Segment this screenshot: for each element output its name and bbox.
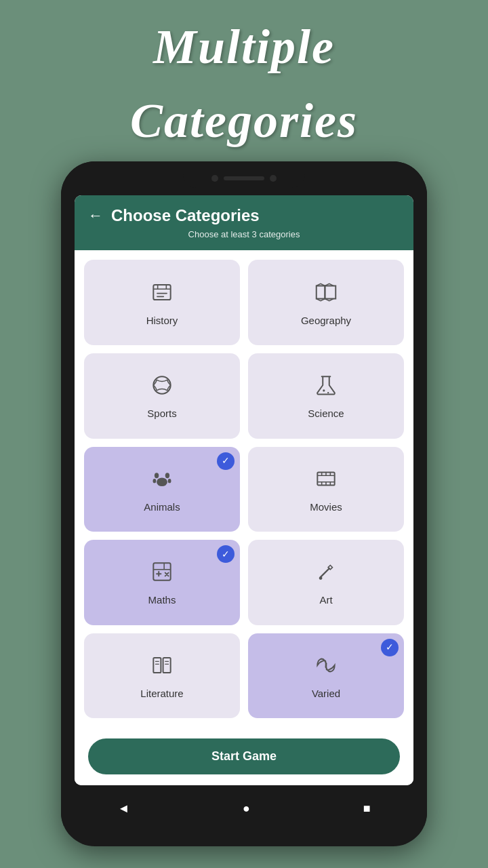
maths-icon	[149, 559, 175, 589]
phone-frame: ← Choose Categories Choose at least 3 ca…	[61, 161, 427, 846]
svg-point-5	[155, 473, 159, 478]
svg-point-1	[153, 377, 170, 394]
category-geography[interactable]: Geography	[248, 260, 404, 345]
camera-dot2	[270, 175, 277, 182]
screen-title: Choose Categories	[111, 206, 260, 225]
svg-point-6	[165, 473, 169, 478]
varied-check: ✓	[381, 639, 399, 656]
nav-back-button[interactable]: ◄	[117, 802, 129, 816]
animals-label: Animals	[144, 501, 180, 513]
start-game-button[interactable]: Start Game	[88, 738, 400, 774]
phone-navigation: ◄ ● ■	[61, 791, 427, 826]
svg-rect-10	[153, 564, 170, 580]
start-btn-area: Start Game	[75, 728, 413, 785]
category-maths[interactable]: ✓ Maths	[84, 540, 240, 625]
header-top: ← Choose Categories	[88, 206, 400, 225]
movies-icon	[313, 466, 339, 496]
sports-label: Sports	[147, 408, 176, 419]
categories-grid: History Geography	[75, 250, 413, 728]
history-icon	[149, 279, 175, 309]
camera-dot	[211, 175, 218, 182]
literature-icon	[149, 652, 175, 682]
svg-point-11	[319, 577, 323, 580]
maths-check: ✓	[217, 545, 235, 563]
svg-rect-13	[163, 658, 171, 673]
geography-label: Geography	[301, 315, 351, 326]
art-label: Art	[319, 594, 332, 606]
category-movies[interactable]: Movies	[248, 447, 404, 532]
category-sports[interactable]: Sports	[84, 353, 240, 439]
category-animals[interactable]: ✓ Animals	[84, 447, 240, 532]
sports-icon	[149, 372, 175, 402]
category-history[interactable]: History	[84, 260, 240, 345]
svg-point-4	[157, 477, 167, 486]
svg-point-2	[323, 390, 325, 392]
art-icon	[313, 559, 339, 589]
svg-rect-0	[153, 285, 170, 300]
category-science[interactable]: Science	[248, 353, 404, 439]
svg-point-3	[327, 392, 329, 393]
varied-label: Varied	[312, 688, 340, 699]
animals-check: ✓	[217, 452, 235, 470]
phone-screen: ← Choose Categories Choose at least 3 ca…	[75, 195, 413, 785]
varied-icon	[313, 652, 339, 682]
nav-home-button[interactable]: ●	[243, 802, 250, 816]
speaker-bar	[224, 176, 264, 180]
svg-rect-12	[153, 658, 161, 673]
category-art[interactable]: Art	[248, 540, 404, 625]
history-label: History	[146, 315, 178, 326]
back-button[interactable]: ←	[88, 207, 103, 224]
literature-label: Literature	[140, 688, 183, 699]
geography-icon	[313, 279, 339, 309]
science-icon	[313, 372, 339, 402]
notch	[183, 169, 305, 188]
science-label: Science	[308, 408, 344, 419]
category-literature[interactable]: Literature	[84, 633, 240, 719]
movies-label: Movies	[310, 501, 342, 513]
maths-label: Maths	[148, 594, 176, 606]
svg-point-7	[153, 479, 157, 483]
category-varied[interactable]: ✓ Varied	[248, 633, 404, 719]
title-line2: Categories	[130, 94, 358, 148]
page-title: Multiple Categories	[130, 0, 358, 148]
nav-recents-button[interactable]: ■	[363, 802, 371, 816]
screen-header: ← Choose Categories Choose at least 3 ca…	[75, 195, 413, 250]
phone-notch	[61, 161, 427, 195]
animals-icon	[149, 466, 175, 496]
title-line1: Multiple	[130, 20, 358, 74]
header-subtitle: Choose at least 3 categories	[188, 229, 300, 239]
svg-point-8	[168, 479, 171, 483]
